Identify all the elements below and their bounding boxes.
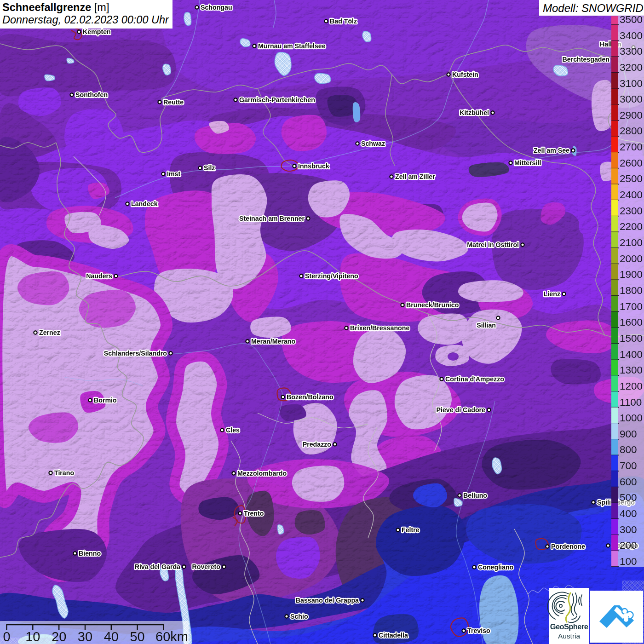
svg-text:Cortina d'Ampezzo: Cortina d'Ampezzo: [445, 375, 504, 383]
svg-text:2600: 2600: [620, 157, 643, 169]
svg-text:700: 700: [620, 460, 637, 472]
svg-text:1200: 1200: [620, 380, 643, 392]
svg-text:Feltre: Feltre: [402, 526, 420, 534]
svg-text:200: 200: [620, 540, 637, 551]
svg-text:500: 500: [620, 492, 637, 503]
svg-text:2700: 2700: [620, 141, 643, 153]
svg-text:Berchtesgaden: Berchtesgaden: [563, 56, 610, 63]
svg-text:Steinach am Brenner: Steinach am Brenner: [239, 215, 305, 222]
svg-text:2000: 2000: [620, 253, 643, 264]
svg-text:Kufstein: Kufstein: [452, 71, 478, 78]
svg-text:400: 400: [620, 508, 637, 519]
svg-text:Brixen/Bressanone: Brixen/Bressanone: [350, 324, 409, 332]
svg-text:Bienno: Bienno: [79, 550, 101, 557]
svg-text:100: 100: [620, 556, 637, 567]
svg-text:Meran/Merano: Meran/Merano: [251, 338, 296, 345]
svg-text:Bruneck/Brunico: Bruneck/Brunico: [406, 301, 459, 309]
svg-text:Predazzo: Predazzo: [303, 441, 332, 448]
svg-text:2200: 2200: [620, 221, 643, 232]
svg-text:Schwaz: Schwaz: [361, 140, 385, 147]
svg-text:Riva del Garda: Riva del Garda: [135, 563, 180, 570]
svg-text:60km: 60km: [155, 629, 188, 644]
svg-text:Innsbruck: Innsbruck: [298, 162, 329, 170]
svg-text:Nauders: Nauders: [86, 272, 112, 280]
svg-text:Bad Tölz: Bad Tölz: [330, 17, 357, 25]
svg-text:40: 40: [104, 629, 119, 644]
svg-text:Imst: Imst: [167, 170, 180, 178]
svg-text:Cittadella: Cittadella: [379, 632, 408, 639]
svg-text:Schlanders/Silandro: Schlanders/Silandro: [104, 350, 167, 357]
svg-text:Reutte: Reutte: [163, 98, 184, 106]
svg-text:Mittersill: Mittersill: [514, 159, 541, 167]
svg-text:1000: 1000: [620, 412, 643, 424]
svg-text:Pieve di Cadore: Pieve di Cadore: [437, 406, 486, 414]
svg-text:1500: 1500: [620, 333, 643, 344]
svg-text:Treviso: Treviso: [467, 627, 490, 634]
svg-text:Austria: Austria: [558, 632, 581, 640]
svg-text:1300: 1300: [620, 364, 643, 376]
svg-text:2100: 2100: [620, 237, 643, 248]
svg-text:0: 0: [3, 629, 10, 644]
svg-text:Bormio: Bormio: [94, 397, 117, 404]
svg-text:2800: 2800: [620, 125, 643, 137]
svg-text:1700: 1700: [620, 301, 643, 312]
svg-text:Sterzing/Vipiteno: Sterzing/Vipiteno: [305, 272, 358, 280]
svg-text:2400: 2400: [620, 189, 643, 201]
svg-text:Conegliano: Conegliano: [478, 564, 514, 571]
svg-text:800: 800: [620, 444, 637, 455]
svg-text:Zell am See: Zell am See: [534, 147, 569, 154]
svg-text:1600: 1600: [620, 316, 643, 328]
svg-text:2900: 2900: [620, 109, 643, 121]
svg-text:Silz: Silz: [204, 164, 215, 172]
svg-text:Sillian: Sillian: [477, 322, 496, 329]
svg-text:3100: 3100: [620, 78, 643, 89]
svg-text:2300: 2300: [620, 205, 643, 217]
svg-text:300: 300: [620, 524, 637, 535]
svg-text:10: 10: [25, 629, 40, 644]
svg-text:1400: 1400: [620, 349, 643, 360]
svg-text:Cles: Cles: [226, 426, 240, 434]
svg-text:1100: 1100: [620, 397, 642, 408]
svg-text:50: 50: [130, 629, 144, 644]
svg-text:Trento: Trento: [244, 510, 264, 517]
svg-text:1800: 1800: [620, 285, 643, 296]
svg-text:Lienz: Lienz: [544, 290, 560, 298]
svg-text:Bassano del Grappa: Bassano del Grappa: [296, 597, 359, 604]
svg-text:3000: 3000: [620, 93, 643, 105]
svg-text:Rovereto: Rovereto: [192, 563, 221, 570]
svg-text:Zell am Ziller: Zell am Ziller: [395, 173, 435, 180]
svg-text:3300: 3300: [620, 46, 643, 57]
svg-text:Kitzbühel: Kitzbühel: [460, 109, 489, 116]
svg-text:Bozen/Bolzano: Bozen/Bolzano: [287, 393, 334, 401]
svg-text:Kempten: Kempten: [83, 28, 111, 35]
svg-text:Garmisch-Partenkirchen: Garmisch-Partenkirchen: [239, 96, 315, 104]
svg-text:Schio: Schio: [290, 613, 308, 620]
svg-text:2500: 2500: [620, 173, 643, 184]
svg-text:Zernez: Zernez: [39, 329, 60, 336]
svg-text:Belluno: Belluno: [463, 492, 487, 499]
svg-text:Schongau: Schongau: [201, 4, 232, 11]
svg-text:Pordenone: Pordenone: [551, 543, 585, 550]
svg-text:Tirano: Tirano: [54, 469, 74, 477]
svg-text:3200: 3200: [620, 62, 643, 73]
svg-text:Landeck: Landeck: [131, 200, 158, 207]
svg-text:Murnau am Staffelsee: Murnau am Staffelsee: [258, 42, 326, 50]
svg-text:Sonthofen: Sonthofen: [75, 91, 108, 98]
svg-text:Mezzolombardo: Mezzolombardo: [237, 470, 287, 477]
svg-text:600: 600: [620, 476, 637, 488]
svg-text:20: 20: [52, 629, 66, 644]
svg-text:900: 900: [620, 428, 637, 440]
svg-text:3400: 3400: [620, 30, 643, 41]
svg-text:GeoSphere: GeoSphere: [550, 622, 588, 631]
svg-text:1900: 1900: [620, 269, 643, 280]
svg-text:Matrei in Osttirol: Matrei in Osttirol: [467, 241, 519, 248]
svg-text:30: 30: [78, 629, 92, 644]
